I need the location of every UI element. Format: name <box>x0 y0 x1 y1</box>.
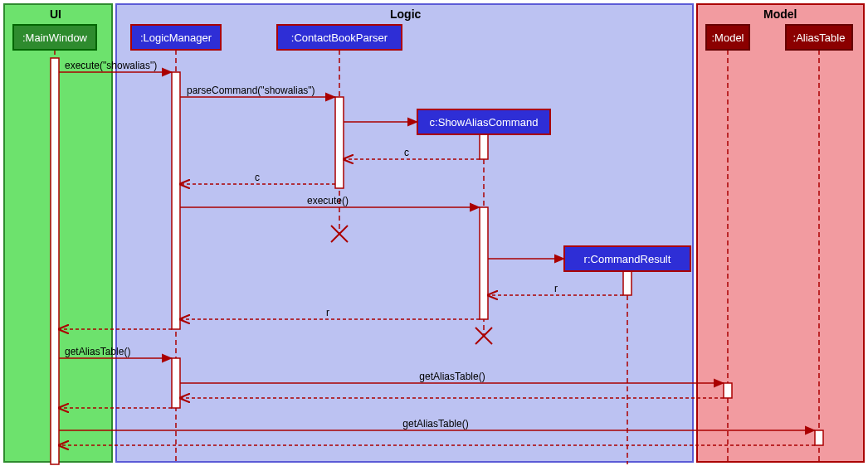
message-return-r-to-logic-label: r <box>326 307 329 318</box>
activation-contactbookparser <box>335 97 344 188</box>
region-model <box>697 4 864 462</box>
participant-contactbookparser-label: :ContactBookParser <box>291 32 388 44</box>
region-logic-label: Logic <box>390 7 422 21</box>
message-return-c-to-logic-label: c <box>255 172 260 183</box>
activation-commandresult <box>623 270 631 295</box>
message-getalias-1-label: getAliasTable() <box>65 346 130 357</box>
message-execute-empty-label: execute() <box>307 195 349 206</box>
region-logic <box>116 4 693 462</box>
message-getalias-2-label: getAliasTable() <box>419 371 485 382</box>
activation-model <box>724 383 732 398</box>
message-return-c-to-parser-label: c <box>404 147 409 158</box>
message-execute-showalias-label: execute("showalias") <box>65 60 157 71</box>
sequence-diagram: UI Logic Model :MainWindow :LogicManager… <box>0 0 868 466</box>
activation-logicmanager-2 <box>172 358 180 408</box>
participant-aliastable-label: :AliasTable <box>793 32 846 44</box>
region-ui-label: UI <box>50 7 61 21</box>
activation-logicmanager-1 <box>172 72 180 329</box>
activation-aliastable <box>815 430 823 445</box>
message-return-r-to-cmd-label: r <box>554 283 558 294</box>
activation-showaliascommand-2 <box>480 207 488 319</box>
participant-logicmanager-label: :LogicManager <box>140 32 212 44</box>
participant-mainwindow-label: :MainWindow <box>22 32 88 44</box>
activation-mainwindow <box>51 58 59 464</box>
participant-showaliascommand-label: c:ShowAliasCommand <box>430 116 539 129</box>
participant-model-label: :Model <box>711 32 744 44</box>
message-parsecommand-label: parseCommand("showalias") <box>187 85 315 96</box>
region-model-label: Model <box>763 7 797 21</box>
message-getalias-3-label: getAliasTable() <box>402 418 468 430</box>
participant-commandresult-label: r:CommandResult <box>584 253 671 265</box>
activation-showaliascommand-1 <box>480 134 488 159</box>
